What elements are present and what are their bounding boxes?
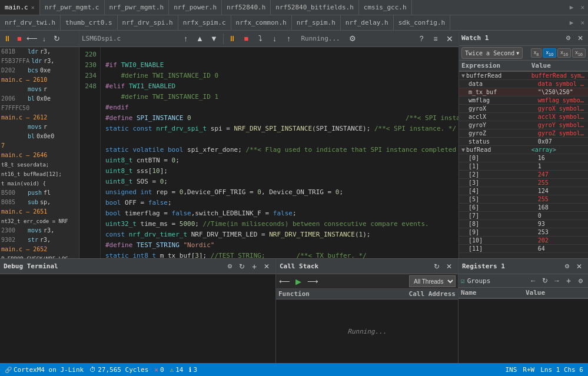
tab-thumb-crt0[interactable]: thumb_crt0.s bbox=[61, 15, 117, 30]
tab-sdk-config[interactable]: sdk_config.h bbox=[394, 15, 450, 30]
tab-nrf-drv-spi[interactable]: nrf_drv_spi.h bbox=[118, 15, 178, 30]
pause-editor-button[interactable]: ⏸ bbox=[226, 32, 239, 45]
registers-header: Registers 1 ⚙ ✕ bbox=[459, 259, 588, 274]
watch-val-cell: 1 bbox=[536, 162, 588, 170]
tab-nrf52840-bitfields[interactable]: nrf52840_bitfields.h bbox=[271, 0, 358, 15]
close-panel-button[interactable]: ✕ bbox=[443, 32, 456, 45]
asm-line: 2300movsr3, bbox=[0, 226, 79, 235]
cs-step-back-btn[interactable]: ⟵ bbox=[278, 275, 290, 287]
pause-button[interactable]: ⏸ bbox=[1, 33, 13, 45]
tab-main-c[interactable]: main.c ✕ bbox=[0, 0, 40, 15]
tab-bar-1: main.c ✕ nrf_pwr_mgmt.c nrf_pwr_mgmt.h n… bbox=[0, 0, 588, 15]
tab2-scroll-right[interactable]: ▶ bbox=[566, 15, 577, 30]
warning-icon: ⚠ bbox=[170, 366, 174, 374]
status-mode: INS R+W Lns 1 Chs 6 bbox=[505, 366, 583, 374]
section-label: main.c – 2612 bbox=[0, 113, 79, 122]
left-assembly-panel: ⏸ ■ ⟵ ↓ ↻ 681Bldrr3, F5B37FFAldrr3, D202… bbox=[0, 31, 79, 258]
watch-row: [10] 202 bbox=[459, 237, 588, 245]
terminal-add-btn[interactable]: + bbox=[249, 261, 260, 272]
stop-editor-button[interactable]: ■ bbox=[240, 32, 253, 45]
sync-button[interactable]: ↻ bbox=[51, 33, 62, 45]
watch-val-cell: 255 bbox=[536, 179, 588, 187]
tab-close-all[interactable]: ✕ bbox=[577, 0, 588, 15]
cs-play-btn[interactable]: ▶ bbox=[293, 275, 304, 287]
go-down-button[interactable]: ▼ bbox=[208, 32, 221, 45]
fmt-x16b-btn[interactable]: x16 bbox=[572, 48, 586, 58]
tab-nrf-drv-twi[interactable]: nrf_drv_twi.h bbox=[0, 15, 61, 30]
tab-cmsis[interactable]: cmsis_gcc.h bbox=[359, 0, 412, 15]
terminal-content[interactable] bbox=[0, 274, 275, 363]
go-to-line-button[interactable]: ↑ bbox=[180, 32, 192, 45]
right-watch-panel: Watch 1 ⚙ ✕ Twice a Second ▼ x8 x10 x16 … bbox=[459, 31, 588, 258]
reg-add-btn[interactable]: + bbox=[563, 275, 574, 286]
reg-content[interactable] bbox=[459, 299, 588, 363]
tab-nrf-pwr-h[interactable]: nrf_pwr_mgmt.h bbox=[105, 0, 170, 15]
watch-expr-cell: [1] bbox=[459, 162, 536, 170]
running-status-center: Running... bbox=[301, 35, 340, 42]
step-over-button[interactable]: ⤵ bbox=[254, 32, 267, 45]
reg-refresh-btn[interactable]: ↻ bbox=[540, 275, 550, 286]
terminal-sync-btn[interactable]: ↻ bbox=[237, 261, 247, 272]
terminal-settings-btn[interactable]: ⚙ bbox=[224, 261, 235, 272]
watch-close-btn[interactable]: ✕ bbox=[575, 33, 586, 44]
error-count: 0 bbox=[160, 366, 164, 374]
cs-addr-header: Call Address bbox=[382, 289, 458, 299]
info-count: 3 bbox=[193, 366, 197, 374]
watch-row: [3] 255 bbox=[459, 179, 588, 187]
reg-fwd-btn[interactable]: → bbox=[552, 275, 562, 286]
go-up-button[interactable]: ▲ bbox=[194, 32, 207, 45]
watch-dropdown[interactable]: Twice a Second ▼ bbox=[461, 47, 523, 59]
breadcrumb: LSM6Dspi.c bbox=[82, 35, 121, 42]
watch-expr-cell: [0] bbox=[459, 154, 536, 162]
fmt-x8-btn[interactable]: x8 bbox=[531, 48, 542, 58]
reg-settings-btn2[interactable]: ⚙ bbox=[575, 275, 586, 286]
debug-terminal-header: Debug Terminal ⚙ ↻ + ✕ bbox=[0, 259, 275, 274]
stop-button[interactable]: ■ bbox=[14, 33, 25, 45]
close-icon[interactable]: ✕ bbox=[31, 4, 35, 11]
call-stack-close-btn[interactable]: ✕ bbox=[444, 261, 454, 272]
tab2-close-all[interactable]: ✕ bbox=[577, 15, 588, 30]
tab-scroll-right[interactable]: ▶ bbox=[566, 0, 577, 15]
watch-expr-cell: [8] bbox=[459, 220, 536, 228]
step-back-button[interactable]: ⟵ bbox=[26, 33, 38, 45]
cs-thread-select[interactable]: All Threads bbox=[409, 275, 456, 287]
terminal-close-btn[interactable]: ✕ bbox=[261, 261, 272, 272]
watch-table[interactable]: ▼bufferRead bufferRead symbol not data d… bbox=[459, 72, 588, 258]
tab-label: thumb_crt0.s bbox=[65, 19, 112, 26]
reg-step-btn[interactable]: ← bbox=[528, 275, 539, 286]
watch-expr-cell: [4] bbox=[459, 187, 536, 195]
app-container: main.c ✕ nrf_pwr_mgmt.c nrf_pwr_mgmt.h n… bbox=[0, 0, 588, 376]
center-code-panel: LSM6Dspi.c ↑ ▲ ▼ ⏸ ■ ⤵ ↓ ↑ Running... ⚙ bbox=[79, 31, 459, 258]
watch-row: ▼bufferRead bufferRead symbol not bbox=[459, 72, 588, 80]
tab-nrf-delay[interactable]: nrf_delay.h bbox=[341, 15, 394, 30]
groups-label: Groups bbox=[467, 277, 491, 285]
watch-val-cell: acclX symbol not found bbox=[536, 113, 588, 121]
step-out-button[interactable]: ↑ bbox=[283, 32, 295, 45]
watch-row: [8] 93 bbox=[459, 220, 588, 228]
tab-label: nrf_pwr_mgmt.c bbox=[45, 4, 99, 11]
reg-settings-btn[interactable]: ⚙ bbox=[562, 261, 572, 272]
settings-button[interactable]: ≡ bbox=[429, 32, 442, 45]
cs-step-fwd-btn[interactable]: ⟶ bbox=[307, 275, 318, 287]
tab-nrf-spim[interactable]: nrf_spim.h bbox=[292, 15, 341, 30]
step-into-editor-button[interactable]: ↓ bbox=[268, 32, 281, 45]
section-label: 7 bbox=[0, 141, 79, 151]
fmt-x16-btn[interactable]: x16 bbox=[557, 48, 571, 58]
watch-settings-btn[interactable]: ⚙ bbox=[563, 33, 573, 44]
tab-nrf52840-h[interactable]: nrf52840.h bbox=[222, 0, 271, 15]
step-into-button[interactable]: ↓ bbox=[38, 33, 50, 45]
asm-content[interactable]: 681Bldrr3, F5B37FFAldrr3, D202bcs0xe mai… bbox=[0, 47, 79, 258]
reg-close-btn[interactable]: ✕ bbox=[574, 261, 584, 272]
tab-nrf-pwr-c[interactable]: nrf_pwr_mgmt.c bbox=[40, 0, 105, 15]
connect-button[interactable]: ⚙ bbox=[346, 32, 359, 45]
tab-nrf-power-h[interactable]: nrf_power.h bbox=[169, 0, 222, 15]
show-tooltips-button[interactable]: ? bbox=[415, 32, 428, 45]
code-area[interactable]: 220 230 234 bbox=[79, 47, 459, 258]
tab-nrfx-spim[interactable]: nrfx_spim.c bbox=[178, 15, 231, 30]
bottom-section: Debug Terminal ⚙ ↻ + ✕ Call Stack ↻ ✕ ⟵ … bbox=[0, 258, 588, 363]
watch-val-cell: <array> bbox=[529, 146, 588, 154]
fmt-x10-btn[interactable]: x10 bbox=[543, 48, 556, 58]
asm-line: 681Bldrr3, bbox=[0, 47, 79, 56]
tab-nrfx-common[interactable]: nrfx_common.h bbox=[231, 15, 292, 30]
call-stack-refresh-btn[interactable]: ↻ bbox=[431, 261, 442, 272]
